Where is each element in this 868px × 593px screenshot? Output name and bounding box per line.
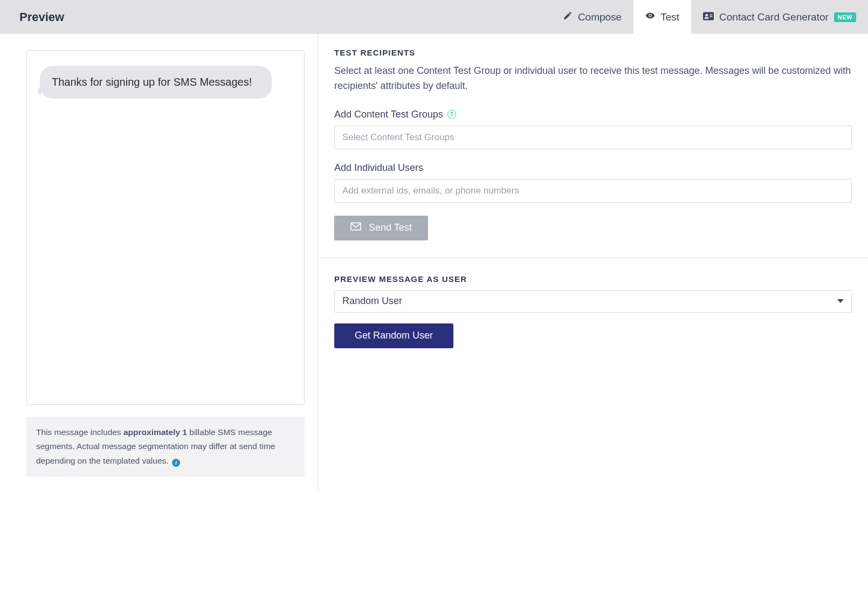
test-column: TEST RECIPIENTS Select at least one Cont… bbox=[318, 34, 868, 493]
tab-label: Compose bbox=[578, 11, 622, 23]
pencil-icon bbox=[563, 11, 573, 23]
sms-preview-box: Thanks for signing up for SMS Messages! bbox=[26, 50, 305, 405]
info-text-bold: approximately 1 bbox=[123, 427, 187, 437]
page-title: Preview bbox=[19, 0, 64, 34]
chevron-down-icon bbox=[837, 299, 844, 303]
tab-compose[interactable]: Compose bbox=[551, 0, 633, 34]
header-bar: Preview Compose Test Contact Card Genera… bbox=[0, 0, 868, 34]
contact-card-icon bbox=[703, 11, 714, 23]
select-value: Random User bbox=[342, 295, 402, 307]
content-test-groups-label: Add Content Test Groups ? bbox=[334, 109, 852, 120]
tab-label: Test bbox=[660, 11, 679, 23]
help-icon[interactable]: ? bbox=[447, 110, 456, 119]
info-icon[interactable]: i bbox=[172, 459, 180, 467]
preview-user-select-wrap: Random User bbox=[334, 290, 852, 313]
label-text: Add Content Test Groups bbox=[334, 109, 443, 120]
tab-contact-card-generator[interactable]: Contact Card Generator NEW bbox=[691, 0, 868, 34]
sms-bubble-wrap: Thanks for signing up for SMS Messages! bbox=[40, 66, 272, 99]
svg-rect-2 bbox=[705, 17, 709, 18]
svg-rect-4 bbox=[710, 16, 713, 17]
test-recipients-description: Select at least one Content Test Group o… bbox=[334, 64, 852, 94]
preview-user-select[interactable]: Random User bbox=[334, 290, 852, 313]
svg-rect-5 bbox=[351, 223, 361, 230]
tab-label: Contact Card Generator bbox=[719, 11, 829, 23]
preview-as-heading: PREVIEW MESSAGE AS USER bbox=[334, 274, 852, 284]
button-label: Send Test bbox=[369, 222, 412, 233]
segment-info-box: This message includes approximately 1 bi… bbox=[26, 417, 305, 477]
svg-point-1 bbox=[705, 13, 708, 16]
preview-column: Thanks for signing up for SMS Messages! … bbox=[0, 34, 318, 493]
info-text-pre: This message includes bbox=[36, 427, 123, 437]
svg-rect-3 bbox=[710, 14, 713, 15]
tab-test[interactable]: Test bbox=[633, 0, 691, 34]
envelope-icon bbox=[350, 222, 361, 233]
section-divider bbox=[318, 258, 868, 258]
new-badge: NEW bbox=[834, 12, 856, 22]
sms-message-bubble: Thanks for signing up for SMS Messages! bbox=[40, 66, 272, 99]
main-content: Thanks for signing up for SMS Messages! … bbox=[0, 34, 868, 493]
content-test-groups-input[interactable] bbox=[334, 126, 852, 149]
test-recipients-heading: TEST RECIPIENTS bbox=[334, 48, 852, 57]
eye-icon bbox=[645, 11, 655, 23]
button-label: Get Random User bbox=[355, 330, 433, 341]
individual-users-label: Add Individual Users bbox=[334, 162, 852, 174]
individual-users-input[interactable] bbox=[334, 179, 852, 203]
tabs: Compose Test Contact Card Generator NEW bbox=[551, 0, 868, 34]
individual-users-field: Add Individual Users bbox=[334, 162, 852, 203]
send-test-button[interactable]: Send Test bbox=[334, 216, 428, 240]
get-random-user-button[interactable]: Get Random User bbox=[334, 323, 453, 348]
content-test-groups-field: Add Content Test Groups ? bbox=[334, 109, 852, 149]
